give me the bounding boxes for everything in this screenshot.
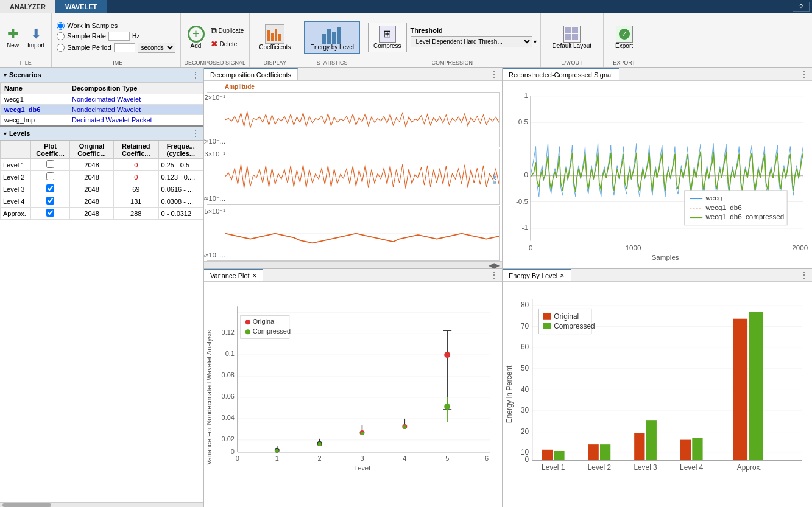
- recon-panel: Reconstructed-Compressed Signal ⋮: [503, 68, 812, 268]
- duplicate-button[interactable]: ⧉ Duplicate: [209, 25, 246, 37]
- tab-wavelet[interactable]: WAVELET: [55, 0, 107, 13]
- svg-text:-0.5: -0.5: [516, 198, 528, 205]
- threshold-dropdown[interactable]: Level Dependent Hard Thresh...: [411, 36, 532, 47]
- svg-text:wecg: wecg: [705, 195, 722, 202]
- compress-button[interactable]: ⊞ Compress: [368, 23, 407, 52]
- compression-group: ⊞ Compress Threshold Level Dependent Har…: [364, 13, 541, 67]
- svg-text:Level 3: Level 3: [634, 463, 657, 472]
- svg-text:Energy in Percent: Energy in Percent: [505, 365, 514, 423]
- work-in-samples-label: Work in Samples: [67, 22, 118, 29]
- levels-options[interactable]: ⋮: [191, 128, 200, 138]
- svg-text:6: 6: [485, 455, 489, 462]
- level4-plot-checkbox[interactable]: [46, 197, 54, 205]
- time-group: Work in Samples Sample Rate 1 Hz Sample …: [52, 13, 180, 67]
- svg-rect-115: [692, 438, 702, 460]
- scenarios-options[interactable]: ⋮: [191, 70, 200, 80]
- sample-rate-input[interactable]: 1: [108, 32, 130, 41]
- svg-text:Samples: Samples: [652, 254, 679, 261]
- scenarios-panel: ▾ Scenarios ⋮ Name Decomposition Type we…: [0, 68, 203, 127]
- level-row: Approx. 2048 288 0 - 0.0312: [1, 208, 203, 220]
- new-button[interactable]: ✚ New: [4, 24, 22, 51]
- scenario-row[interactable]: wecg_tmp Decimated Wavelet Packet: [1, 115, 203, 125]
- sample-rate-radio[interactable]: [57, 32, 65, 40]
- export-button[interactable]: ✓ Export: [610, 23, 638, 52]
- svg-rect-108: [588, 444, 599, 460]
- svg-rect-123: [543, 323, 551, 329]
- work-in-samples-radio[interactable]: [57, 22, 65, 30]
- import-button[interactable]: ⬇ Import: [24, 24, 48, 51]
- level3-plot-checkbox[interactable]: [46, 184, 54, 192]
- sample-period-input[interactable]: 1: [114, 43, 135, 52]
- svg-point-72: [403, 425, 406, 429]
- scenarios-title: Scenarios: [9, 71, 41, 79]
- recon-tab[interactable]: Reconstructed-Compressed Signal: [503, 68, 619, 80]
- levels-title: Levels: [9, 130, 30, 137]
- level1-plot-checkbox[interactable]: [46, 160, 54, 168]
- level2-plot-checkbox[interactable]: [46, 172, 54, 180]
- svg-rect-1: [271, 33, 274, 41]
- svg-text:0: 0: [231, 448, 235, 455]
- svg-text:Level 4: Level 4: [680, 463, 704, 472]
- svg-point-82: [245, 329, 250, 334]
- svg-rect-109: [600, 444, 610, 460]
- hz-unit: Hz: [132, 33, 139, 40]
- coefficients-button[interactable]: Coefficients: [253, 21, 296, 54]
- variance-tab[interactable]: Variance Plot ✕: [204, 269, 263, 281]
- svg-rect-105: [542, 450, 553, 460]
- svg-rect-114: [680, 440, 691, 461]
- svg-text:0: 0: [236, 455, 239, 462]
- svg-text:2: 2: [318, 455, 322, 462]
- svg-rect-118: [749, 312, 763, 460]
- recon-panel-options[interactable]: ⋮: [796, 69, 812, 79]
- svg-point-78: [444, 404, 450, 410]
- decomp-panel: Decomposition Coefficients ⋮ Amplitude 4…: [204, 68, 503, 268]
- default-layout-button[interactable]: Default Layout: [547, 23, 598, 52]
- decomp-panel-options[interactable]: ⋮: [486, 69, 502, 79]
- energy-tab-close[interactable]: ✕: [560, 273, 565, 279]
- svg-point-63: [275, 449, 279, 453]
- svg-text:Original: Original: [554, 312, 579, 321]
- energy-panel-options[interactable]: ⋮: [796, 270, 812, 280]
- svg-rect-106: [554, 451, 564, 460]
- svg-text:Level: Level: [354, 464, 370, 472]
- svg-text:0.02: 0.02: [222, 435, 235, 442]
- svg-text:0.1: 0.1: [225, 350, 235, 357]
- statistics-group: Energy by Level STATISTICS: [300, 13, 364, 67]
- svg-rect-112: [646, 420, 657, 460]
- add-button[interactable]: + Add: [185, 24, 208, 51]
- approx-plot-checkbox[interactable]: [46, 209, 54, 217]
- energy-by-level-button[interactable]: Energy by Level: [304, 21, 360, 54]
- levels-panel: ▾ Levels ⋮ Plot Coeffic... Original Coef…: [0, 127, 203, 502]
- scenario-row[interactable]: wecg1_db6 Nondecimated Wavelet: [1, 105, 203, 115]
- scenario-row[interactable]: wecg1 Nondecimated Wavelet: [1, 94, 203, 105]
- svg-text:1000: 1000: [626, 244, 641, 251]
- energy-tab[interactable]: Energy By Level ✕: [503, 269, 571, 281]
- svg-point-66: [318, 442, 322, 446]
- variance-panel-options[interactable]: ⋮: [486, 270, 502, 280]
- svg-rect-3: [278, 34, 281, 41]
- variance-tab-close[interactable]: ✕: [252, 273, 257, 279]
- svg-text:0.08: 0.08: [222, 371, 235, 379]
- period-unit-select[interactable]: seconds: [138, 43, 175, 53]
- levels-collapse-icon[interactable]: ▾: [4, 130, 7, 137]
- tab-analyzer[interactable]: ANALYZER: [0, 0, 55, 13]
- svg-text:0: 0: [524, 171, 528, 178]
- sample-period-radio[interactable]: [57, 44, 65, 52]
- svg-text:Approx.: Approx.: [737, 463, 762, 472]
- scenarios-table: Name Decomposition Type wecg1 Nondecimat…: [0, 82, 203, 125]
- sample-period-label: Sample Period: [67, 44, 111, 51]
- decomp-tab[interactable]: Decomposition Coefficients: [204, 68, 298, 80]
- svg-rect-117: [733, 319, 747, 460]
- scenarios-collapse-icon[interactable]: ▾: [4, 72, 7, 79]
- delete-button[interactable]: ✖ Delete: [209, 38, 246, 49]
- svg-text:50: 50: [521, 364, 529, 372]
- svg-text:Compressed: Compressed: [253, 327, 291, 335]
- svg-text:0.12: 0.12: [222, 329, 235, 336]
- svg-text:Original: Original: [253, 318, 276, 325]
- threshold-dropdown-arrow[interactable]: ▾: [534, 38, 537, 45]
- svg-text:10: 10: [521, 448, 529, 456]
- svg-text:Variance For Nondecimated Wave: Variance For Nondecimated Wavelet Analys…: [205, 330, 213, 465]
- sample-rate-label: Sample Rate: [67, 32, 106, 40]
- scenarios-col-type: Decomposition Type: [68, 83, 203, 94]
- help-button[interactable]: ?: [793, 2, 810, 12]
